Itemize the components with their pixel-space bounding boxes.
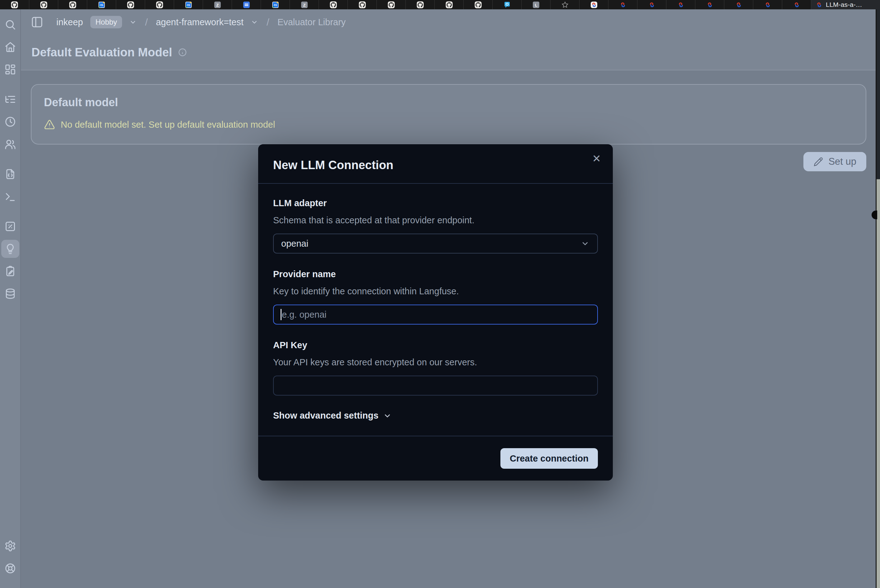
card-heading: Default model: [44, 96, 853, 109]
github-icon: [156, 1, 163, 8]
browser-tab-star[interactable]: [550, 0, 579, 9]
browser-tab-github[interactable]: [29, 0, 58, 9]
project-switcher-button[interactable]: [250, 18, 258, 26]
sidebar-item-home[interactable]: [1, 38, 19, 56]
browser-tab-calendar[interactable]: 31: [174, 0, 203, 9]
users-icon: [4, 138, 16, 150]
set-up-button-label: Set up: [828, 156, 856, 167]
sidebar-item-prompts[interactable]: [1, 165, 19, 183]
github-icon: [475, 1, 482, 8]
github-icon: [40, 1, 47, 8]
sidebar-item-scores[interactable]: [1, 218, 19, 236]
set-up-button[interactable]: Set up: [804, 152, 866, 171]
github-icon: [330, 1, 337, 8]
panel-left-icon: [31, 16, 43, 28]
github-icon: [69, 1, 76, 8]
modal-title: New LLM Connection: [273, 159, 598, 172]
sidebar-item-search[interactable]: [1, 16, 19, 34]
sidebar-item-tracing[interactable]: [1, 90, 19, 108]
browser-tab-active-langfuse[interactable]: LLM-as-a-…: [811, 0, 880, 9]
lightbulb-icon: [4, 243, 16, 255]
dashboard-grid-icon: [4, 63, 16, 75]
langfuse-icon: [764, 1, 771, 8]
browser-tab-github[interactable]: [145, 0, 174, 9]
sidebar: [0, 9, 21, 588]
create-connection-button[interactable]: Create connection: [501, 448, 598, 469]
browser-tab-github[interactable]: [0, 0, 29, 9]
star-icon: [561, 1, 568, 8]
browser-tab-chat[interactable]: [492, 0, 521, 9]
browser-tab-calendar[interactable]: 31: [261, 0, 289, 9]
browser-tab-github[interactable]: [319, 0, 348, 9]
browser-tab-calendar[interactable]: 31: [87, 0, 116, 9]
browser-tab-whitelogo[interactable]: [579, 0, 608, 9]
project-name[interactable]: agent-framework=test: [156, 17, 243, 27]
llm-adapter-description: Schema that is accepted at that provider…: [273, 215, 598, 225]
langfuse-icon: [706, 1, 714, 8]
sidebar-item-datasets[interactable]: [1, 285, 19, 303]
github-icon: [417, 1, 424, 8]
browser-tab-github[interactable]: [116, 0, 145, 9]
browser-tab-linear[interactable]: L: [521, 0, 550, 9]
provider-name-input[interactable]: e.g. openai: [273, 304, 598, 324]
sidebar-toggle-button[interactable]: [30, 15, 45, 30]
browser-tab-langfuse[interactable]: [782, 0, 811, 9]
sidebar-item-settings[interactable]: [1, 537, 19, 555]
browser-tab-zotero[interactable]: Z: [203, 0, 232, 9]
github-icon: [127, 1, 134, 8]
chevron-down-icon: [383, 411, 392, 420]
sidebar-item-users[interactable]: [1, 135, 19, 153]
svg-text:31: 31: [100, 3, 103, 6]
linear-icon: L: [532, 1, 540, 8]
list-tree-icon: [4, 93, 16, 105]
browser-tab-zotero[interactable]: Z: [289, 0, 319, 9]
sidebar-item-playground[interactable]: [1, 188, 19, 206]
sidebar-item-annotation[interactable]: [1, 262, 19, 280]
browser-tab-github[interactable]: [435, 0, 463, 9]
provider-name-label: Provider name: [273, 269, 598, 279]
page-title: Default Evaluation Model: [31, 46, 172, 59]
breadcrumb-separator: /: [265, 16, 271, 28]
sidebar-item-sessions[interactable]: [1, 113, 19, 131]
browser-tab-langfuse[interactable]: [724, 0, 753, 9]
browser-tab-langfuse[interactable]: [666, 0, 695, 9]
info-icon[interactable]: [178, 48, 187, 57]
sidebar-item-evaluation[interactable]: [1, 240, 19, 258]
modal-footer: Create connection: [258, 436, 613, 480]
langfuse-icon: [619, 1, 627, 8]
browser-tab-langfuse[interactable]: [608, 0, 637, 9]
text-cursor: [280, 309, 282, 320]
browser-tab-strip: 3131Z31ZLLLM-as-a-…: [0, 0, 880, 9]
browser-tab-langfuse[interactable]: [753, 0, 782, 9]
browser-tab-langfuse[interactable]: [637, 0, 666, 9]
browser-tab-github[interactable]: [58, 0, 87, 9]
chevron-down-icon: [580, 239, 590, 248]
file-json-icon: [4, 168, 16, 180]
org-switcher-button[interactable]: [129, 18, 137, 26]
browser-tab-github[interactable]: [348, 0, 376, 9]
clock-icon: [4, 116, 16, 128]
llm-adapter-selected-value: openai: [281, 238, 308, 249]
show-advanced-settings-toggle[interactable]: Show advanced settings: [273, 411, 392, 421]
zotero-icon: Z: [214, 1, 221, 8]
browser-tab-langfuse[interactable]: [695, 0, 724, 9]
browser-tab-github[interactable]: [405, 0, 435, 9]
provider-name-section: Provider name Key to identify the connec…: [273, 269, 598, 324]
browser-tab-github[interactable]: [376, 0, 405, 9]
browser-tab-github[interactable]: [463, 0, 492, 9]
sidebar-item-support[interactable]: [1, 560, 19, 578]
svg-text:31: 31: [274, 3, 277, 6]
svg-text:31: 31: [187, 3, 190, 6]
org-name[interactable]: inkeep: [56, 17, 83, 27]
api-key-input[interactable]: [273, 376, 598, 396]
terminal-icon: [4, 190, 16, 202]
langfuse-icon: [816, 1, 823, 8]
docs-icon: [243, 1, 250, 8]
gear-icon: [4, 540, 16, 552]
browser-tab-docs[interactable]: [232, 0, 261, 9]
breadcrumb-separator: /: [143, 16, 150, 28]
sidebar-item-dashboards[interactable]: [1, 60, 19, 78]
llm-adapter-select[interactable]: openai: [273, 234, 598, 254]
close-icon[interactable]: ✕: [592, 152, 601, 165]
provider-name-description: Key to identify the connection within La…: [273, 286, 598, 297]
